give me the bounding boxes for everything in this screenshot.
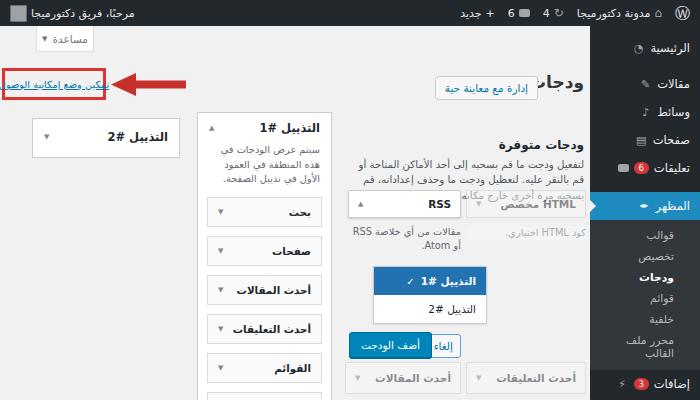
help-tab-label: مساعدة bbox=[52, 33, 87, 45]
site-name-label: مدونة دكتورميجا bbox=[577, 7, 651, 20]
widget-card-recent-posts[interactable]: أحدث المقالات ▼ bbox=[345, 362, 461, 394]
admin-bar-left-group: مرحبًا، فريق دكتورميجا bbox=[10, 5, 135, 22]
placed-widget-search[interactable]: بحث ▼ bbox=[207, 197, 322, 227]
new-label: جديد bbox=[460, 7, 481, 20]
chevron-down-icon: ▼ bbox=[218, 325, 223, 333]
placed-widget-title: أحدث المقالات bbox=[237, 284, 311, 296]
chevron-down-icon: ▼ bbox=[476, 200, 481, 208]
sidebar-item-label: إضافات bbox=[654, 377, 690, 391]
admin-bar-right-group: Ⓦ ⌂ مدونة دكتورميجا ↻ 4 6 + جديد bbox=[460, 6, 690, 21]
wordpress-logo-menu[interactable]: Ⓦ bbox=[675, 6, 690, 21]
chevron-down-icon: ▼ bbox=[218, 364, 223, 372]
chevron-down-icon: ▼ bbox=[218, 286, 223, 294]
sidebar-item-label: وسائط bbox=[657, 105, 690, 119]
placed-widget-title: القوائم bbox=[274, 362, 311, 374]
home-icon: ⌂ bbox=[654, 7, 662, 19]
comments-bubble-icon bbox=[618, 164, 629, 172]
submenu-item-theme-editor[interactable]: محرر ملف القالب bbox=[590, 330, 700, 364]
chooser-option-footer2[interactable]: التذييل #2 bbox=[374, 295, 486, 323]
wordpress-admin-widgets-screen: Ⓦ ⌂ مدونة دكتورميجا ↻ 4 6 + جديد مرحبًا،… bbox=[0, 0, 700, 400]
widget-card-title: HTML مخصص bbox=[501, 198, 577, 210]
chooser-option-label: التذييل #1 bbox=[421, 275, 476, 287]
widget-card-title: RSS bbox=[428, 198, 451, 210]
chevron-down-icon: ▼ bbox=[218, 208, 223, 216]
plugin-icon: ⚡ bbox=[616, 379, 629, 390]
pages-icon: ▤ bbox=[635, 135, 648, 146]
chevron-down-icon: ▼ bbox=[44, 133, 49, 141]
sidebar-item-label: صفحات bbox=[653, 133, 690, 147]
plugins-count-badge: 3 bbox=[634, 378, 649, 391]
submenu-item-widgets[interactable]: ودجات bbox=[590, 267, 700, 288]
chooser-option-footer1[interactable]: التذييل #1 ✓ bbox=[374, 267, 486, 295]
posts-pin-icon: ✎ bbox=[639, 79, 652, 90]
placed-widget-pages[interactable]: صفحات ▼ bbox=[207, 236, 322, 266]
widget-card-rss[interactable]: RSS ▲ bbox=[348, 190, 461, 218]
accessibility-mode-link[interactable]: تمكين وضع إمكانية الوصول bbox=[0, 79, 109, 90]
plus-icon: + bbox=[486, 7, 495, 20]
check-icon: ✓ bbox=[406, 276, 414, 287]
submenu-item-menus[interactable]: قوائم bbox=[590, 288, 700, 309]
widgets-admin-content: مساعدة ▼ تمكين وضع إمكانية الوصول ودجات … bbox=[0, 26, 590, 400]
comments-count: 6 bbox=[508, 7, 515, 20]
updates-menu[interactable]: ↻ 4 bbox=[543, 7, 564, 20]
site-name-menu[interactable]: ⌂ مدونة دكتورميجا bbox=[577, 7, 662, 20]
annotation-red-box: تمكين وضع إمكانية الوصول bbox=[2, 68, 106, 100]
help-tab[interactable]: مساعدة ▼ bbox=[36, 26, 94, 52]
placed-widget-menus[interactable]: القوائم ▼ bbox=[207, 353, 322, 383]
chevron-down-icon: ▼ bbox=[42, 35, 47, 43]
placed-widget-recent-posts[interactable]: أحدث المقالات ▼ bbox=[207, 275, 322, 305]
placed-widget-recent-comments[interactable]: أحدث التعليقات ▼ bbox=[207, 314, 322, 344]
sidebar-item-label: المظهر bbox=[656, 199, 690, 213]
widget-card-title: أحدث المقالات bbox=[375, 372, 451, 384]
updates-icon: ↻ bbox=[554, 7, 564, 19]
media-icon: ♪ bbox=[639, 107, 652, 118]
placed-widget-title: صفحات bbox=[272, 245, 311, 257]
wordpress-logo-icon: Ⓦ bbox=[675, 6, 690, 21]
sidebar-item-label: الرئيسية bbox=[650, 41, 690, 55]
chevron-down-icon: ▼ bbox=[476, 374, 481, 382]
comments-menu[interactable]: 6 bbox=[508, 7, 530, 20]
submenu-item-background[interactable]: خلفية bbox=[590, 309, 700, 330]
chevron-up-icon: ▲ bbox=[358, 200, 363, 208]
submenu-item-customize[interactable]: تخصيص bbox=[590, 246, 700, 267]
footer2-header[interactable]: التذييل #2 ▼ bbox=[33, 119, 179, 155]
add-widget-button[interactable]: أضف الودجت bbox=[349, 332, 432, 358]
widget-area-title: التذييل #1 bbox=[259, 121, 320, 135]
available-widgets-heading: ودجات متوفرة bbox=[499, 138, 584, 152]
dashboard-icon: ◔ bbox=[632, 43, 645, 54]
placed-widget-partial[interactable] bbox=[207, 392, 322, 400]
widget-location-chooser: التذييل #1 ✓ التذييل #2 bbox=[373, 266, 487, 324]
comments-count-badge: 6 bbox=[634, 162, 649, 175]
widget-area-footer2: التذييل #2 ▼ bbox=[32, 118, 180, 158]
sidebar-item-posts[interactable]: مقالات ✎ bbox=[590, 70, 700, 98]
placed-widget-title: أحدث التعليقات bbox=[233, 323, 311, 335]
widget-area-footer1: التذييل #1 ▲ سيتم عرض الودجات في هذه الم… bbox=[197, 112, 332, 400]
chevron-down-icon: ▼ bbox=[355, 374, 360, 382]
sidebar-item-label: مقالات bbox=[657, 77, 690, 91]
sidebar-item-media[interactable]: وسائط ♪ bbox=[590, 98, 700, 126]
sidebar-item-dashboard[interactable]: الرئيسية ◔ bbox=[590, 34, 700, 62]
updates-count: 4 bbox=[543, 7, 550, 20]
chooser-option-label: التذييل #2 bbox=[428, 303, 476, 315]
widget-area-title: التذييل #2 bbox=[107, 130, 168, 144]
sidebar-item-comments[interactable]: تعليقات 6 bbox=[590, 154, 700, 182]
sidebar-item-appearance[interactable]: المظهر ✒ bbox=[590, 192, 700, 220]
sidebar-item-plugins[interactable]: إضافات 3 ⚡ bbox=[590, 370, 700, 398]
widget-card-custom-html[interactable]: HTML مخصص ▼ bbox=[466, 190, 586, 218]
new-content-menu[interactable]: + جديد bbox=[460, 7, 495, 20]
appearance-brush-icon: ✒ bbox=[638, 201, 651, 212]
comments-bubble-icon bbox=[519, 9, 530, 17]
custom-html-widget-description: كود HTML اختياري. bbox=[468, 226, 586, 240]
chevron-down-icon: ▼ bbox=[218, 247, 223, 255]
manage-with-live-preview-button[interactable]: إدارة مع معاينة حية bbox=[435, 76, 538, 100]
widget-card-title: أحدث التعليقات bbox=[496, 372, 576, 384]
placed-widget-title: بحث bbox=[289, 206, 311, 218]
avatar bbox=[10, 5, 27, 22]
footer1-header[interactable]: التذييل #1 ▲ bbox=[198, 113, 331, 143]
my-account-menu[interactable]: مرحبًا، فريق دكتورميجا bbox=[10, 5, 135, 22]
sidebar-item-label: تعليقات bbox=[654, 161, 690, 175]
submenu-item-themes[interactable]: قوالب bbox=[590, 225, 700, 246]
sidebar-item-pages[interactable]: صفحات ▤ bbox=[590, 126, 700, 154]
widget-card-recent-comments[interactable]: أحدث التعليقات ▼ bbox=[466, 362, 586, 394]
annotation-red-arrow bbox=[108, 71, 186, 98]
